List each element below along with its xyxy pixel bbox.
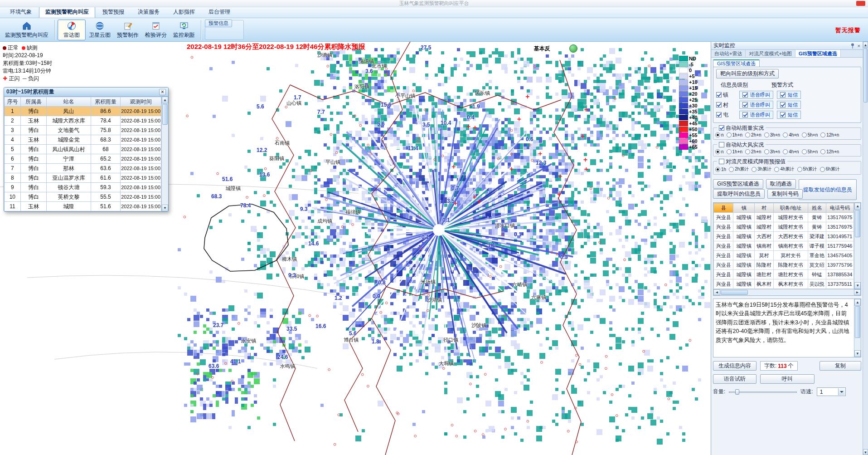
menu-item[interactable]: 决策服务 — [131, 6, 166, 18]
rain-table-row[interactable]: 8博白亚山温罗水库61.62022-08-19 15:00 — [5, 173, 161, 183]
contacts-col-header[interactable]: 县 — [714, 203, 733, 213]
rain-table-row[interactable]: 4玉林城隍金党68.32022-08-19 15:00 — [5, 135, 161, 145]
model-rain-radio-option[interactable]: 3h累计 — [752, 166, 771, 172]
sms-option[interactable]: 短信 — [777, 101, 801, 109]
copy-number-button[interactable]: 复制叫号码 — [767, 189, 803, 199]
auto-wind-radio-option[interactable]: 12h+n — [820, 149, 839, 154]
rain-table-row[interactable]: 7博白那林63.62022-08-19 15:00 — [5, 164, 161, 173]
auto-rain-radio-option[interactable]: 2h+n — [745, 132, 761, 137]
auto-wind-checkbox[interactable]: 自动站大风实况 — [719, 142, 764, 148]
generate-message-button[interactable]: 生成信息内容 — [713, 361, 756, 371]
auto-wind-radio-option[interactable]: n — [715, 149, 724, 154]
scroll-up-icon[interactable]: ▲ — [854, 203, 861, 210]
auto-wind-radio-option[interactable]: 1h+n — [727, 149, 743, 154]
auto-rain-radio-option[interactable]: 1h+n — [727, 132, 743, 137]
contacts-col-header[interactable]: 电话号码 — [826, 203, 854, 213]
contact-row[interactable]: 兴业县城隍镇塘肚村塘肚村支书钟锰137885534 — [714, 270, 854, 279]
model-rain-radio-option[interactable]: 5h累计 — [797, 166, 817, 172]
contact-row[interactable]: 兴业县城隍镇枫木村枫木村支书吴以悦137375511 — [714, 279, 854, 289]
rain-col-header[interactable]: 序号 — [5, 97, 21, 107]
rain-col-header[interactable]: 累积雨量 — [91, 97, 121, 107]
auto-rain-radio-option[interactable]: 4h+n — [783, 132, 799, 137]
scroll-thumb[interactable] — [721, 290, 748, 295]
message-scrollbar[interactable]: ▲ ▼ — [854, 299, 861, 357]
voice-call-option[interactable]: 语音呼叫 — [739, 111, 773, 119]
menu-item[interactable]: 人影指挥 — [167, 6, 201, 18]
scroll-down-icon[interactable]: ▼ — [854, 350, 861, 357]
contacts-col-header[interactable]: 职务/地址 — [773, 203, 808, 213]
auto-rain-radio-option[interactable]: 12h+n — [820, 132, 839, 137]
copy-button[interactable]: 复制 — [820, 361, 861, 371]
menu-item[interactable]: 预警预报 — [96, 6, 131, 18]
tts-preview-button[interactable]: 语音试听 — [713, 374, 756, 384]
auto-rain-radio-option[interactable]: 3h+n — [764, 132, 781, 137]
auto-wind-radio-option[interactable]: 2h+n — [745, 149, 761, 154]
scroll-up-icon[interactable]: ▲ — [854, 299, 861, 306]
auto-wind-radio-option[interactable]: 4h+n — [783, 149, 799, 154]
model-rain-radio-option[interactable]: 6h累计 — [820, 166, 840, 172]
rain-table-row[interactable]: 11玉林城隍51.62022-08-19 15:00 — [5, 202, 161, 211]
scroll-down-icon[interactable]: ▼ — [162, 205, 168, 211]
contacts-vscrollbar[interactable]: ▲ ▼ — [854, 203, 861, 289]
auto-wind-radio-option[interactable]: 3h+n — [764, 149, 781, 154]
cancel-select-button[interactable]: 取消遴选 — [766, 179, 796, 189]
rain-table-row[interactable]: 2玉林城隍大西水库78.42022-08-19 15:00 — [5, 116, 161, 126]
speed-select[interactable]: 1 — [817, 387, 846, 396]
rain-window-titlebar[interactable]: 03时~15时累积雨量 × — [4, 88, 168, 97]
level-checkbox[interactable]: 镇 — [716, 91, 728, 99]
rain-col-header[interactable]: 站名 — [47, 97, 91, 107]
toolbar-button-satellite[interactable]: 卫星云图 — [86, 20, 114, 40]
gis-select-button[interactable]: GIS预警区域遴选 — [713, 179, 763, 189]
pin-icon[interactable] — [850, 43, 855, 49]
scroll-thumb[interactable] — [863, 48, 868, 103]
auto-rain-radio-option[interactable]: n — [715, 132, 724, 137]
sms-option[interactable]: 短信 — [777, 111, 801, 119]
voice-call-option[interactable]: 语音呼叫 — [739, 91, 773, 99]
panel-header[interactable]: 实时监控 × — [711, 42, 863, 50]
contact-row[interactable]: 兴业县城隍镇大西村大西村支书梁泽建130149571 — [714, 232, 854, 241]
rain-table-row[interactable]: 5博白凤山镇凤山村682022-08-19 15:00 — [5, 145, 161, 154]
contact-row[interactable]: 兴业县城隍镇莫村莫村支书覃金艳134575405 — [714, 251, 854, 260]
scroll-up-icon[interactable]: ▲ — [162, 97, 168, 103]
contact-row[interactable]: 兴业县城隍镇陈隆村陈隆村支书莫文绍139775796 — [714, 260, 854, 270]
rain-table-row[interactable]: 6博白宁潭65.22022-08-19 15:00 — [5, 154, 161, 164]
rain-table-row[interactable]: 10博白英桥文黎55.52022-08-19 15:00 — [5, 192, 161, 202]
close-icon[interactable]: × — [159, 89, 166, 95]
contacts-col-header[interactable]: 村 — [755, 203, 773, 213]
toolbar-button-score[interactable]: 检验评分 — [142, 20, 170, 40]
auto-rain-checkbox[interactable]: 自动站雨量实况 — [719, 125, 764, 131]
scroll-right-icon[interactable]: ► — [854, 289, 861, 295]
voice-call-option[interactable]: 语音呼叫 — [739, 101, 773, 109]
panel-tab[interactable]: GIS预警区域遴选 — [795, 50, 841, 57]
rain-table-row[interactable]: 1博白凤山86.62022-08-19 15:00 — [5, 107, 161, 116]
contact-row[interactable]: 兴业县城隍镇城隍村城隍村支书黄铸135176975 — [714, 222, 854, 232]
rain-table-scrollbar[interactable]: ▲ ▼ — [161, 97, 168, 211]
rain-col-header[interactable]: 所属县 — [20, 97, 46, 107]
scroll-up-icon[interactable]: ▲ — [863, 42, 868, 48]
contacts-col-header[interactable]: 姓名 — [808, 203, 826, 213]
toolbar-button-refresh[interactable]: 监控刷新 — [170, 20, 198, 40]
scroll-thumb[interactable] — [162, 104, 168, 125]
model-rain-radio-option[interactable]: 1h — [715, 167, 726, 172]
call-button[interactable]: 呼叫 — [760, 374, 815, 384]
panel-scrollbar[interactable]: ▲ ▼ — [863, 42, 868, 455]
gis-group-tab[interactable]: GIS预警区域遴选 — [713, 59, 760, 67]
auto-rain-radio-option[interactable]: 5h+n — [802, 132, 818, 137]
extract-sms-contacts-button[interactable]: 提取发短信的信息员 — [799, 179, 857, 200]
scroll-left-icon[interactable]: ◄ — [713, 289, 720, 295]
panel-tab[interactable]: 对流尺度模式+地图 — [746, 50, 795, 57]
model-rain-checkbox[interactable]: 对流尺度模式降雨预报值 — [719, 158, 786, 165]
scroll-down-icon[interactable]: ▼ — [854, 282, 861, 289]
map-tool-button[interactable] — [569, 44, 577, 53]
call-level-button[interactable]: 靶向叫应的级别和方式 — [716, 69, 779, 78]
rain-col-header[interactable]: 观测时间 — [121, 97, 161, 107]
volume-slider[interactable] — [729, 389, 797, 395]
rain-table-row[interactable]: 3博白文地姜气75.82022-08-19 15:00 — [5, 126, 161, 135]
scroll-thumb[interactable] — [855, 210, 860, 237]
model-rain-radio-option[interactable]: 4h累计 — [774, 166, 794, 172]
slider-thumb[interactable] — [735, 389, 739, 395]
contact-row[interactable]: 兴业县城隍镇城隍村城隍村支书黄铸135176975 — [714, 213, 854, 222]
toolbar-button-edit[interactable]: 预警制作 — [114, 20, 142, 40]
level-checkbox[interactable]: 村 — [716, 101, 728, 109]
titlebar-red-button[interactable] — [856, 1, 865, 6]
